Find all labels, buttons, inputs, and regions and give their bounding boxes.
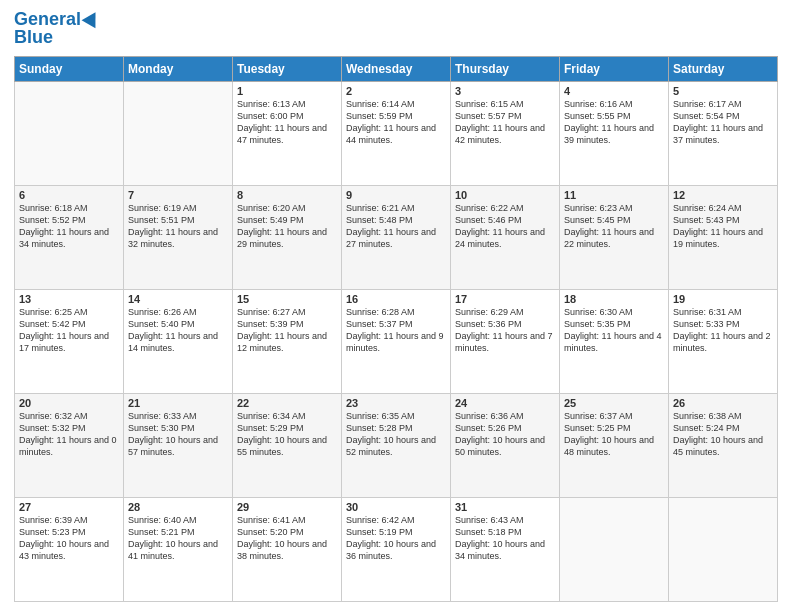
day-number: 14: [128, 293, 228, 305]
day-number: 19: [673, 293, 773, 305]
calendar-cell: 26Sunrise: 6:38 AM Sunset: 5:24 PM Dayli…: [669, 393, 778, 497]
calendar-cell: 14Sunrise: 6:26 AM Sunset: 5:40 PM Dayli…: [124, 289, 233, 393]
calendar-cell: 29Sunrise: 6:41 AM Sunset: 5:20 PM Dayli…: [233, 497, 342, 601]
calendar-cell: 8Sunrise: 6:20 AM Sunset: 5:49 PM Daylig…: [233, 185, 342, 289]
calendar-cell: 3Sunrise: 6:15 AM Sunset: 5:57 PM Daylig…: [451, 81, 560, 185]
calendar-table: SundayMondayTuesdayWednesdayThursdayFrid…: [14, 56, 778, 602]
logo-triangle-icon: [82, 8, 103, 28]
day-info: Sunrise: 6:16 AM Sunset: 5:55 PM Dayligh…: [564, 98, 664, 147]
calendar-cell: 4Sunrise: 6:16 AM Sunset: 5:55 PM Daylig…: [560, 81, 669, 185]
day-info: Sunrise: 6:36 AM Sunset: 5:26 PM Dayligh…: [455, 410, 555, 459]
calendar-day-header: Saturday: [669, 56, 778, 81]
day-number: 15: [237, 293, 337, 305]
calendar-cell: 12Sunrise: 6:24 AM Sunset: 5:43 PM Dayli…: [669, 185, 778, 289]
calendar-cell: 25Sunrise: 6:37 AM Sunset: 5:25 PM Dayli…: [560, 393, 669, 497]
day-info: Sunrise: 6:14 AM Sunset: 5:59 PM Dayligh…: [346, 98, 446, 147]
day-number: 18: [564, 293, 664, 305]
calendar-week-row: 13Sunrise: 6:25 AM Sunset: 5:42 PM Dayli…: [15, 289, 778, 393]
calendar-day-header: Thursday: [451, 56, 560, 81]
calendar-cell: 23Sunrise: 6:35 AM Sunset: 5:28 PM Dayli…: [342, 393, 451, 497]
day-number: 23: [346, 397, 446, 409]
calendar-cell: 28Sunrise: 6:40 AM Sunset: 5:21 PM Dayli…: [124, 497, 233, 601]
day-info: Sunrise: 6:17 AM Sunset: 5:54 PM Dayligh…: [673, 98, 773, 147]
day-info: Sunrise: 6:37 AM Sunset: 5:25 PM Dayligh…: [564, 410, 664, 459]
calendar-cell: 18Sunrise: 6:30 AM Sunset: 5:35 PM Dayli…: [560, 289, 669, 393]
day-number: 25: [564, 397, 664, 409]
calendar-cell: 11Sunrise: 6:23 AM Sunset: 5:45 PM Dayli…: [560, 185, 669, 289]
day-number: 9: [346, 189, 446, 201]
calendar-week-row: 20Sunrise: 6:32 AM Sunset: 5:32 PM Dayli…: [15, 393, 778, 497]
day-info: Sunrise: 6:27 AM Sunset: 5:39 PM Dayligh…: [237, 306, 337, 355]
calendar-cell: 6Sunrise: 6:18 AM Sunset: 5:52 PM Daylig…: [15, 185, 124, 289]
calendar-week-row: 1Sunrise: 6:13 AM Sunset: 6:00 PM Daylig…: [15, 81, 778, 185]
day-number: 1: [237, 85, 337, 97]
day-info: Sunrise: 6:31 AM Sunset: 5:33 PM Dayligh…: [673, 306, 773, 355]
day-info: Sunrise: 6:40 AM Sunset: 5:21 PM Dayligh…: [128, 514, 228, 563]
calendar-cell: 21Sunrise: 6:33 AM Sunset: 5:30 PM Dayli…: [124, 393, 233, 497]
calendar-cell: [15, 81, 124, 185]
calendar-day-header: Monday: [124, 56, 233, 81]
day-number: 20: [19, 397, 119, 409]
day-number: 28: [128, 501, 228, 513]
day-info: Sunrise: 6:41 AM Sunset: 5:20 PM Dayligh…: [237, 514, 337, 563]
day-number: 27: [19, 501, 119, 513]
day-info: Sunrise: 6:35 AM Sunset: 5:28 PM Dayligh…: [346, 410, 446, 459]
day-info: Sunrise: 6:38 AM Sunset: 5:24 PM Dayligh…: [673, 410, 773, 459]
calendar-cell: 2Sunrise: 6:14 AM Sunset: 5:59 PM Daylig…: [342, 81, 451, 185]
header: General Blue: [14, 10, 778, 48]
day-info: Sunrise: 6:39 AM Sunset: 5:23 PM Dayligh…: [19, 514, 119, 563]
calendar-cell: 7Sunrise: 6:19 AM Sunset: 5:51 PM Daylig…: [124, 185, 233, 289]
calendar-day-header: Wednesday: [342, 56, 451, 81]
day-info: Sunrise: 6:22 AM Sunset: 5:46 PM Dayligh…: [455, 202, 555, 251]
day-info: Sunrise: 6:20 AM Sunset: 5:49 PM Dayligh…: [237, 202, 337, 251]
day-info: Sunrise: 6:34 AM Sunset: 5:29 PM Dayligh…: [237, 410, 337, 459]
calendar-cell: 22Sunrise: 6:34 AM Sunset: 5:29 PM Dayli…: [233, 393, 342, 497]
calendar-week-row: 27Sunrise: 6:39 AM Sunset: 5:23 PM Dayli…: [15, 497, 778, 601]
calendar-day-header: Friday: [560, 56, 669, 81]
day-info: Sunrise: 6:18 AM Sunset: 5:52 PM Dayligh…: [19, 202, 119, 251]
day-number: 26: [673, 397, 773, 409]
day-info: Sunrise: 6:13 AM Sunset: 6:00 PM Dayligh…: [237, 98, 337, 147]
calendar-cell: 1Sunrise: 6:13 AM Sunset: 6:00 PM Daylig…: [233, 81, 342, 185]
calendar-day-header: Sunday: [15, 56, 124, 81]
day-number: 17: [455, 293, 555, 305]
calendar-cell: [560, 497, 669, 601]
day-number: 21: [128, 397, 228, 409]
calendar-cell: [669, 497, 778, 601]
day-number: 3: [455, 85, 555, 97]
day-info: Sunrise: 6:25 AM Sunset: 5:42 PM Dayligh…: [19, 306, 119, 355]
logo-blue-text: Blue: [14, 28, 53, 48]
day-info: Sunrise: 6:42 AM Sunset: 5:19 PM Dayligh…: [346, 514, 446, 563]
day-number: 10: [455, 189, 555, 201]
day-info: Sunrise: 6:19 AM Sunset: 5:51 PM Dayligh…: [128, 202, 228, 251]
calendar-header-row: SundayMondayTuesdayWednesdayThursdayFrid…: [15, 56, 778, 81]
day-info: Sunrise: 6:15 AM Sunset: 5:57 PM Dayligh…: [455, 98, 555, 147]
day-info: Sunrise: 6:43 AM Sunset: 5:18 PM Dayligh…: [455, 514, 555, 563]
day-number: 6: [19, 189, 119, 201]
calendar-cell: 17Sunrise: 6:29 AM Sunset: 5:36 PM Dayli…: [451, 289, 560, 393]
calendar-cell: 24Sunrise: 6:36 AM Sunset: 5:26 PM Dayli…: [451, 393, 560, 497]
day-number: 24: [455, 397, 555, 409]
day-number: 29: [237, 501, 337, 513]
day-info: Sunrise: 6:28 AM Sunset: 5:37 PM Dayligh…: [346, 306, 446, 355]
day-number: 8: [237, 189, 337, 201]
day-info: Sunrise: 6:23 AM Sunset: 5:45 PM Dayligh…: [564, 202, 664, 251]
day-info: Sunrise: 6:24 AM Sunset: 5:43 PM Dayligh…: [673, 202, 773, 251]
day-info: Sunrise: 6:21 AM Sunset: 5:48 PM Dayligh…: [346, 202, 446, 251]
day-number: 31: [455, 501, 555, 513]
calendar-cell: [124, 81, 233, 185]
day-number: 5: [673, 85, 773, 97]
calendar-cell: 19Sunrise: 6:31 AM Sunset: 5:33 PM Dayli…: [669, 289, 778, 393]
day-info: Sunrise: 6:30 AM Sunset: 5:35 PM Dayligh…: [564, 306, 664, 355]
calendar-cell: 9Sunrise: 6:21 AM Sunset: 5:48 PM Daylig…: [342, 185, 451, 289]
day-number: 2: [346, 85, 446, 97]
day-number: 16: [346, 293, 446, 305]
calendar-cell: 16Sunrise: 6:28 AM Sunset: 5:37 PM Dayli…: [342, 289, 451, 393]
day-number: 30: [346, 501, 446, 513]
calendar-cell: 10Sunrise: 6:22 AM Sunset: 5:46 PM Dayli…: [451, 185, 560, 289]
day-info: Sunrise: 6:32 AM Sunset: 5:32 PM Dayligh…: [19, 410, 119, 459]
calendar-week-row: 6Sunrise: 6:18 AM Sunset: 5:52 PM Daylig…: [15, 185, 778, 289]
calendar-cell: 13Sunrise: 6:25 AM Sunset: 5:42 PM Dayli…: [15, 289, 124, 393]
day-info: Sunrise: 6:29 AM Sunset: 5:36 PM Dayligh…: [455, 306, 555, 355]
calendar-cell: 31Sunrise: 6:43 AM Sunset: 5:18 PM Dayli…: [451, 497, 560, 601]
